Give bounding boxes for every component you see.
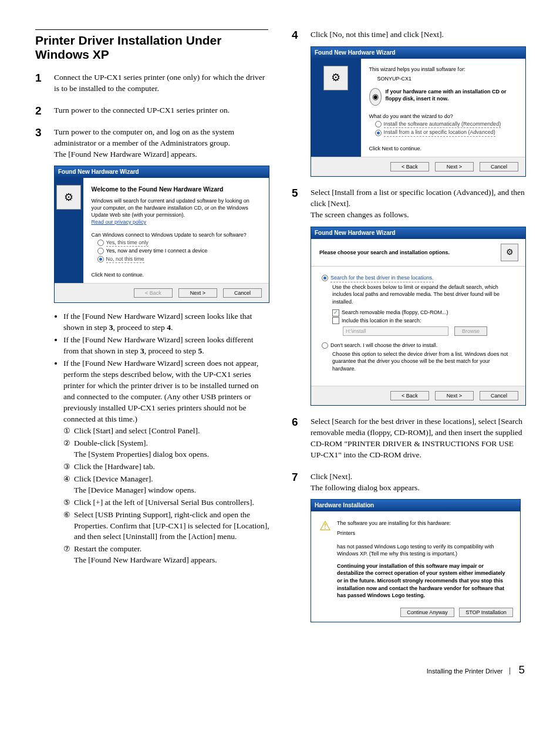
logo-testing-link[interactable]: Tell me why this testing is important. (371, 551, 456, 557)
browse-button: Browse (454, 326, 487, 336)
substep-2-num: ② (63, 438, 74, 460)
step-4-text: Click [No, not this time] and click [Nex… (311, 29, 526, 41)
wizard-side-panel: ⚙ (55, 178, 83, 282)
alert-line3: has not passed Windows Logo testing to v… (337, 543, 512, 558)
substep-6: Select [USB Printing Support], right-cli… (74, 510, 269, 543)
step-5-result: The screen changes as follows. (311, 210, 526, 221)
wizard-question: Can Windows connect to Windows Update to… (92, 231, 261, 238)
checkbox-removable-label: Search removable media (floppy, CD-ROM..… (342, 309, 448, 316)
device-icon: ⚙ (56, 185, 81, 210)
bullet-2: If the [Found New Hardware Wizard] scree… (63, 335, 269, 357)
back-button: < Back (134, 288, 173, 298)
wizard2-cd-prompt: If your hardware came with an installati… (385, 88, 517, 102)
radio-yes-once[interactable] (97, 240, 104, 246)
warning-icon: ⚠ (319, 520, 331, 599)
substep-4b: The [Device Manager] window opens. (74, 486, 196, 494)
wizard2-question: What do you want the wizard to do? (369, 113, 517, 120)
substep-6-num: ⑥ (63, 510, 74, 543)
next-button[interactable]: Next > (435, 391, 474, 401)
wizard-titlebar: Found New Hardware Wizard (55, 166, 269, 178)
wizard2-titlebar: Found New Hardware Wizard (311, 47, 525, 59)
step-number-4: 4 (292, 29, 311, 41)
step-number-7: 7 (292, 471, 311, 483)
footer-section-label: Installing the Printer Driver (427, 668, 511, 675)
wizard-welcome-dialog: Found New Hardware Wizard ⚙ Welcome to t… (54, 166, 269, 303)
step-number-6: 6 (292, 416, 311, 427)
step-1-text: Connect the UP-CX1 series printer (one o… (54, 72, 268, 95)
wizard-heading: Welcome to the Found New Hardware Wizard (92, 185, 261, 193)
substep-3-num: ③ (63, 461, 74, 473)
step-number-1: 1 (35, 72, 54, 83)
back-button[interactable]: < Back (390, 391, 429, 401)
alert-titlebar: Hardware Installation (311, 500, 520, 511)
step-2-text: Turn power to the connected UP-CX1 serie… (54, 105, 268, 116)
location-path-input[interactable]: H:\install (343, 326, 448, 336)
step-3-result: The [Found New Hardware Wizard] appears. (54, 149, 269, 160)
radio-search-best-label: Search for the best driver in these loca… (330, 274, 434, 282)
wizard-paragraph: Windows will search for current and upda… (92, 197, 261, 218)
next-button[interactable]: Next > (435, 162, 474, 172)
radio-list-install[interactable] (375, 130, 382, 136)
wizard-search-options-dialog: Found New Hardware Wizard Please choose … (311, 227, 526, 406)
privacy-policy-link[interactable]: Read our privacy policy (92, 219, 147, 225)
wizard3-titlebar: Found New Hardware Wizard (311, 227, 525, 239)
opt2-desc: Choose this option to select the device … (332, 351, 515, 373)
substep-3: Click the [Hardware] tab. (74, 461, 269, 473)
step-7-result: The following dialog box appears. (311, 483, 525, 494)
cancel-button[interactable]: Cancel (480, 391, 518, 401)
checkbox-removable-media[interactable]: ✓ (332, 309, 339, 316)
alert-line2: Printers (337, 530, 512, 537)
step-number-2: 2 (35, 105, 54, 116)
continue-anyway-button[interactable]: Continue Anyway (400, 608, 454, 618)
substep-2b: The [System Properties] dialog box opens… (74, 450, 209, 459)
back-button[interactable]: < Back (390, 162, 429, 172)
bullet-1: If the [Found New Hardware Wizard] scree… (63, 311, 269, 333)
radio-dont-search[interactable] (322, 342, 328, 349)
substep-2a: Double-click [System]. (74, 439, 148, 447)
radio-dont-search-label: Don't search. I will choose the driver t… (330, 342, 437, 349)
radio-no-label: No, not this time (106, 255, 144, 263)
substep-1: Click [Start] and select [Control Panel]… (74, 426, 269, 437)
alert-line1: The software you are installing for this… (337, 520, 512, 527)
radio-auto-install[interactable] (375, 121, 382, 127)
wizard2-continue: Click Next to continue. (369, 145, 517, 152)
substep-7b: The [Found New Hardware Wizard] appears. (74, 555, 217, 564)
alert-bold-warning: Continuing your installation of this sof… (337, 563, 505, 598)
stop-installation-button[interactable]: STOP Installation (459, 608, 513, 618)
step-number-3: 3 (35, 127, 54, 138)
opt1-desc: Use the check boxes below to limit or ex… (332, 284, 515, 306)
substep-5-num: ⑤ (63, 497, 74, 508)
radio-yes-once-label: Yes, this time only (106, 239, 149, 247)
step-6-text: Select [Search for the best driver in th… (311, 416, 525, 461)
wizard3-header: Please choose your search and installati… (319, 249, 450, 257)
cancel-button[interactable]: Cancel (480, 162, 518, 172)
radio-yes-always-label: Yes, now and every time I connect a devi… (106, 247, 208, 254)
substep-7-num: ⑦ (63, 544, 74, 566)
step-5-text: Select [Install from a list or specific … (311, 187, 526, 210)
radio-yes-always[interactable] (97, 248, 104, 254)
section-heading: Printer Driver Installation Under Window… (35, 29, 268, 62)
device-icon: ⚙ (501, 244, 518, 261)
radio-auto-label: Install the software automatically (Reco… (384, 120, 501, 128)
radio-list-label: Install from a list or specific location… (384, 129, 495, 136)
next-button[interactable]: Next > (178, 288, 217, 298)
substep-4a: Click [Device Manager]. (74, 474, 153, 483)
wizard2-intro: This wizard helps you install software f… (369, 66, 517, 73)
checkbox-include-label: Include this location in the search: (342, 317, 421, 325)
wizard-continue-text: Click Next to continue. (92, 271, 261, 278)
page-number: 5 (518, 663, 525, 676)
wizard-install-method-dialog: Found New Hardware Wizard ⚙ This wizard … (311, 46, 526, 177)
step-number-5: 5 (292, 187, 311, 198)
bullet-3: If the [Found New Hardware Wizard] scree… (63, 358, 269, 566)
hardware-installation-alert: Hardware Installation ⚠ The software you… (311, 499, 521, 622)
substep-7a: Restart the computer. (74, 544, 141, 553)
radio-no[interactable] (97, 256, 104, 262)
substep-5: Click [+] at the left of [Universal Seri… (74, 497, 269, 508)
device-icon: ⚙ (323, 66, 348, 90)
radio-search-best[interactable] (322, 275, 328, 281)
wizard2-device: SONYUP-CX1 (377, 75, 517, 82)
step-3-text: Turn power to the computer on, and log o… (54, 127, 269, 149)
checkbox-include-location[interactable] (332, 317, 339, 324)
cancel-button[interactable]: Cancel (223, 288, 262, 298)
substep-1-num: ① (63, 426, 74, 437)
